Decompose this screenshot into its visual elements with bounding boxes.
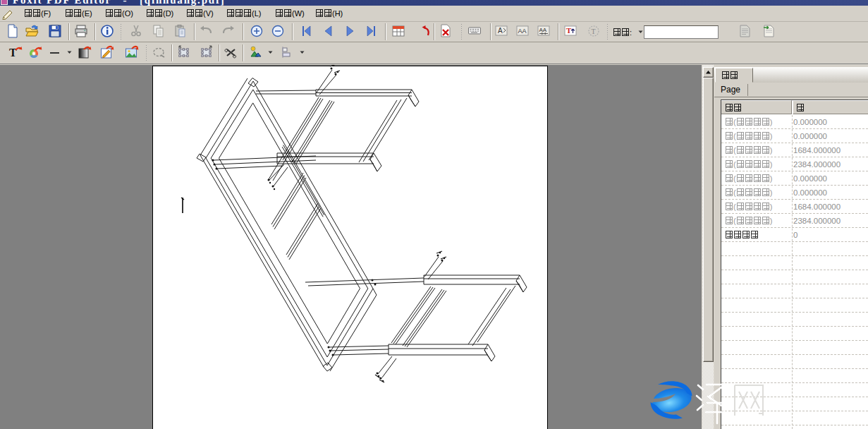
svg-text:T: T	[9, 47, 17, 59]
svg-text:A: A	[498, 27, 503, 35]
svg-text:AA: AA	[518, 28, 527, 35]
svg-text:AA: AA	[539, 27, 547, 33]
svg-text:T: T	[566, 26, 572, 35]
svg-text:T: T	[592, 28, 596, 35]
